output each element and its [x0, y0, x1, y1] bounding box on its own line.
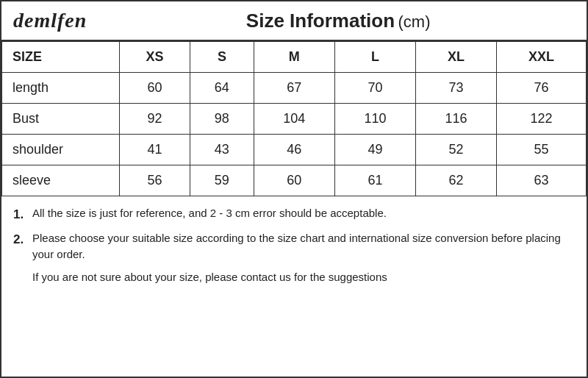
row-value: 122 [497, 104, 587, 135]
row-value: 67 [254, 73, 334, 104]
size-table: SIZE XS S M L XL XXL length606467707376B… [1, 41, 587, 196]
row-label: length [2, 73, 120, 104]
col-header-xs: XS [120, 42, 190, 73]
col-header-m: M [254, 42, 334, 73]
row-label: Bust [2, 104, 120, 135]
row-value: 76 [497, 73, 587, 104]
row-value: 41 [120, 135, 190, 165]
note-1-number: 1. [13, 205, 28, 224]
row-value: 61 [334, 165, 415, 196]
title-block: Size Information (cm) [101, 10, 575, 32]
row-value: 70 [334, 73, 415, 104]
row-value: 64 [190, 73, 254, 104]
notes-section: 1. All the size is just for reference, a… [1, 196, 587, 291]
row-label: shoulder [2, 135, 120, 165]
row-value: 59 [190, 165, 254, 196]
table-row: length606467707376 [2, 73, 587, 104]
note-2-number: 2. [13, 230, 28, 249]
page-title: Size Information [246, 10, 395, 32]
row-value: 92 [120, 104, 190, 135]
col-header-size: SIZE [2, 42, 120, 73]
row-label: sleeve [2, 165, 120, 196]
col-header-l: L [334, 42, 415, 73]
note-3-text: If you are not sure about your size, ple… [32, 271, 387, 283]
note-1-text: All the size is just for reference, and … [32, 205, 387, 222]
brand-logo: demlfen [13, 9, 87, 32]
table-row: sleeve565960616263 [2, 165, 587, 196]
row-value: 116 [416, 104, 497, 135]
note-2: 2. Please choose your suitable size acco… [13, 230, 575, 263]
row-value: 60 [254, 165, 334, 196]
col-header-s: S [190, 42, 254, 73]
row-value: 46 [254, 135, 334, 165]
row-value: 62 [416, 165, 497, 196]
row-value: 110 [334, 104, 415, 135]
note-3: If you are not sure about your size, ple… [13, 269, 575, 286]
row-value: 73 [416, 73, 497, 104]
col-header-xl: XL [416, 42, 497, 73]
col-header-xxl: XXL [497, 42, 587, 73]
row-value: 63 [497, 165, 587, 196]
row-value: 49 [334, 135, 415, 165]
table-row: shoulder414346495255 [2, 135, 587, 165]
row-value: 98 [190, 104, 254, 135]
title-unit: (cm) [398, 13, 431, 31]
header: demlfen Size Information (cm) [1, 1, 587, 41]
row-value: 104 [254, 104, 334, 135]
table-row: Bust9298104110116122 [2, 104, 587, 135]
table-header-row: SIZE XS S M L XL XXL [2, 42, 587, 73]
note-1: 1. All the size is just for reference, a… [13, 205, 575, 224]
main-container: demlfen Size Information (cm) SIZE XS S … [0, 0, 588, 378]
row-value: 55 [497, 135, 587, 165]
row-value: 52 [416, 135, 497, 165]
row-value: 60 [120, 73, 190, 104]
note-2-text: Please choose your suitable size accordi… [32, 230, 575, 263]
row-value: 56 [120, 165, 190, 196]
row-value: 43 [190, 135, 254, 165]
